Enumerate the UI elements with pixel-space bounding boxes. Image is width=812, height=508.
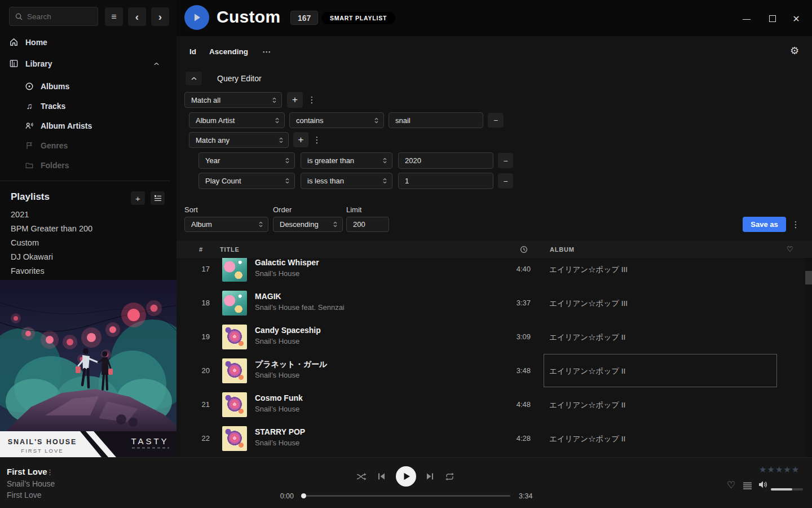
shuffle-button[interactable]	[356, 472, 367, 481]
sidebar-item-genres[interactable]: Genres	[25, 141, 68, 150]
seek-slider[interactable]	[302, 495, 510, 497]
star-icon[interactable]: ★	[783, 465, 791, 475]
save-as-button[interactable]: Save as	[743, 217, 786, 232]
track-album: エイリアン☆ポップ III	[549, 299, 628, 309]
playlist-item[interactable]: 2021	[11, 210, 29, 219]
remove-rule1-button[interactable]: −	[488, 113, 504, 128]
now-playing-artwork[interactable]: SNAIL'S HOUSE FIRST LOVE TASTY	[0, 280, 176, 457]
now-playing-artist[interactable]: Snail’s House	[7, 479, 55, 488]
star-icon[interactable]: ★	[759, 465, 766, 475]
queue-icon[interactable]	[743, 481, 752, 492]
home-icon	[9, 37, 19, 47]
sidebar-item-library[interactable]: Library	[9, 59, 167, 68]
volume-mute-button[interactable]	[758, 480, 768, 491]
rule3-field-select[interactable]: Play Count	[198, 173, 295, 189]
column-header-title[interactable]: TITLE	[220, 246, 240, 253]
close-button[interactable]: ✕	[789, 12, 804, 25]
playlist-item[interactable]: Favorites	[11, 266, 45, 275]
sidebar-item-label: Albums	[41, 82, 69, 91]
now-playing-menu-icon[interactable]: ⋮	[46, 468, 54, 476]
track-row[interactable]: 19 Candy Spaceship Snail’s House 3:09 エイ…	[176, 320, 805, 354]
minimize-button[interactable]: —	[739, 12, 754, 25]
track-row[interactable]: 21 Cosmo Funk Snail’s House 4:48 エイリアン☆ポ…	[176, 388, 805, 422]
sidebar-item-label: Genres	[41, 141, 68, 150]
sort-direction-button[interactable]: Ascending	[209, 47, 248, 56]
search-box[interactable]	[9, 7, 98, 26]
search-input[interactable]	[27, 12, 92, 21]
add-playlist-button[interactable]: +	[131, 191, 145, 205]
rule2-field-select[interactable]: Year	[198, 152, 295, 169]
repeat-button[interactable]	[445, 472, 454, 481]
track-count-badge: 167	[290, 11, 318, 25]
playlist-item[interactable]: Custom	[11, 238, 39, 247]
track-row[interactable]: 17 Galactic Whisper Snail’s House 4:40 エ…	[176, 258, 805, 286]
column-header-favorite-heart-icon[interactable]: ♡	[787, 245, 793, 253]
maximize-button[interactable]	[765, 12, 780, 25]
manage-playlists-button[interactable]	[151, 191, 165, 205]
add-rule-button-group1[interactable]: +	[287, 92, 303, 108]
volume-slider[interactable]	[771, 488, 803, 491]
now-playing-album[interactable]: First Love	[7, 491, 41, 500]
play-playlist-button[interactable]	[184, 5, 209, 30]
track-row[interactable]: 22 STARRY POP Snail’s House 4:28 エイリアン☆ポ…	[176, 422, 805, 456]
remove-rule2-button[interactable]: −	[498, 153, 513, 168]
sidebar-item-label: Library	[25, 59, 52, 68]
menu-button[interactable]: ≡	[105, 7, 123, 26]
track-artist: Snail’s House	[255, 269, 299, 278]
seek-knob[interactable]	[301, 493, 306, 498]
column-header-duration-clock-icon[interactable]	[520, 246, 528, 253]
query-editor-collapse-button[interactable]	[186, 72, 202, 85]
smart-playlist-badge: SMART PLAYLIST	[321, 12, 395, 24]
sidebar-item-tracks[interactable]: ♫ Tracks	[25, 102, 65, 111]
sort-field-button[interactable]: Id	[189, 47, 196, 56]
playlist-item[interactable]: BPM Greater than 200	[11, 224, 92, 233]
rule1-value-input[interactable]	[389, 112, 483, 128]
plus-icon: +	[292, 94, 298, 106]
column-header-index[interactable]: #	[199, 246, 203, 253]
minus-icon: −	[503, 156, 508, 165]
column-header-album[interactable]: ALBUM	[550, 246, 575, 253]
group2-menu-icon[interactable]: ⋮	[312, 132, 322, 148]
star-icon[interactable]: ★	[775, 465, 783, 475]
star-icon[interactable]: ★	[767, 465, 774, 475]
track-list-scrollbar[interactable]	[805, 258, 812, 457]
settings-gear-icon[interactable]: ⚙	[790, 45, 799, 57]
rating-stars[interactable]: ★ ★ ★ ★ ★	[759, 465, 799, 475]
rule2-value-input[interactable]	[398, 152, 493, 169]
sidebar-item-albums[interactable]: Albums	[25, 82, 69, 91]
rule1-operator-select[interactable]: contains	[289, 112, 384, 128]
next-track-button[interactable]	[426, 472, 434, 480]
match-type-select-group1[interactable]: Match all	[184, 92, 282, 108]
playlist-item[interactable]: DJ Okawari	[11, 252, 53, 261]
rule3-operator-select[interactable]: is less than	[301, 173, 392, 189]
play-pause-button[interactable]	[396, 466, 416, 487]
save-menu-icon[interactable]: ⋮	[791, 217, 801, 232]
limit-input[interactable]	[346, 217, 389, 232]
collapse-chevron-icon[interactable]	[153, 62, 160, 66]
track-duration: 4:40	[481, 265, 531, 273]
sidebar-item-folders[interactable]: Folders	[25, 161, 69, 170]
rule1-field-select[interactable]: Album Artist	[189, 112, 285, 128]
playlist-header: Custom 167 SMART PLAYLIST — ✕	[176, 0, 812, 36]
previous-track-button[interactable]	[377, 472, 386, 480]
order-select[interactable]: Descending	[273, 217, 343, 232]
rule3-value-input[interactable]	[398, 173, 493, 189]
track-row[interactable]: 18 MAGIK Snail’s House feat. Sennzai 3:3…	[176, 286, 805, 320]
favorite-heart-icon[interactable]: ♡	[727, 479, 735, 491]
add-rule-button-group2[interactable]: +	[293, 132, 308, 147]
remove-rule3-button[interactable]: −	[498, 173, 513, 189]
more-options-icon[interactable]: ⋯	[262, 47, 271, 57]
sort-select[interactable]: Album	[184, 217, 268, 232]
sidebar-item-album-artists[interactable]: Album Artists	[25, 121, 92, 130]
nav-forward-button[interactable]: ›	[151, 7, 169, 26]
track-duration: 4:48	[481, 400, 531, 409]
track-row[interactable]: 20 プラネット・ガール Snail’s House 3:48 エイリアン☆ポッ…	[176, 354, 805, 388]
nav-back-button[interactable]: ‹	[128, 7, 146, 26]
tracks-icon: ♫	[25, 102, 34, 111]
scrollbar-thumb[interactable]	[805, 271, 812, 284]
group1-menu-icon[interactable]: ⋮	[307, 92, 317, 108]
rule2-operator-select[interactable]: is greater than	[301, 152, 392, 169]
sidebar-item-home[interactable]: Home	[9, 37, 47, 47]
match-type-select-group2[interactable]: Match any	[189, 132, 289, 148]
star-icon[interactable]: ★	[792, 465, 799, 475]
